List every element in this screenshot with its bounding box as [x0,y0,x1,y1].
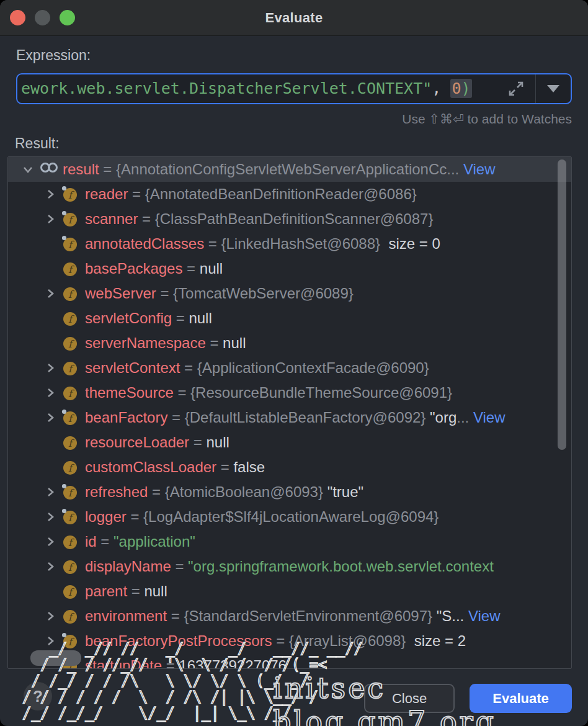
tree-row-id[interactable]: f id = "application" [8,529,571,554]
view-link[interactable]: View [459,161,495,177]
chevron-right-icon[interactable] [39,213,61,225]
variable-name: beanFactory [85,409,172,426]
close-window-button[interactable] [10,10,25,25]
variable-name: webServer [85,285,160,302]
variable-value: = {ApplicationContextFacade@6090} [184,359,429,377]
tree-row-startupDate[interactable]: f startupDate = 1637739227076 [8,653,571,669]
variable-value: = {ResourceBundleThemeSource@6091} [177,384,452,401]
tree-row-beanFactory[interactable]: f beanFactory = {DefaultListableBeanFact… [8,405,571,430]
tree-row-parent[interactable]: f parent = null [8,579,571,604]
tree-row-reader[interactable]: f reader = {AnnotatedBeanDefinitionReade… [8,182,571,207]
brace-match-highlight: 0) [450,79,471,98]
value-segment: = {AnnotationConfigServletWebServerAppli… [103,161,459,177]
variables-tree: result = {AnnotationConfigServletWebServ… [7,156,572,669]
variable-name: servletContext [85,359,184,377]
expression-label: Expression: [16,47,91,64]
value-segment: = [221,459,234,475]
chevron-right-icon[interactable] [39,610,61,622]
chevron-right-icon[interactable] [39,536,61,548]
chevron-right-icon[interactable] [39,486,61,498]
variable-name: themeSource [85,384,177,401]
variable-value: = {LinkedHashSet@6088} size = 0 [208,235,440,253]
chevron-right-icon[interactable] [39,188,61,200]
variables-tree-rows: result = {AnnotationConfigServletWebServ… [8,157,571,669]
tree-row-logger[interactable]: f logger = {LogAdapter$Slf4jLocationAwar… [8,504,571,529]
tree-row-servletConfig[interactable]: f servletConfig = null [8,306,571,331]
variable-value: = null [187,260,223,277]
field-icon: f [61,285,79,302]
result-label: Result: [15,135,60,152]
vertical-scrollbar-thumb[interactable] [558,159,566,450]
tree-row-servletContext[interactable]: f servletContext = {ApplicationContextFa… [8,356,571,380]
tree-row-webServer[interactable]: f webServer = {TomcatWebServer@6089} [8,281,571,306]
field-icon: f [61,210,79,228]
expression-input[interactable]: ework.web.servlet.DispatcherServlet.CONT… [17,74,497,103]
expand-editor-button[interactable] [497,74,535,103]
variable-name: result [63,161,103,178]
variable-value: = 1637739227076 [166,657,287,669]
expression-argument: 0 [452,79,461,97]
tree-row-serverNamespace[interactable]: f serverNamespace = null [8,331,571,356]
variable-value: = {DefaultListableBeanFactory@6092} "org… [172,409,505,426]
field-icon: f [61,384,79,401]
value-segment: = {ResourceBundleThemeSource@6091} [177,384,452,401]
expression-history-dropdown[interactable] [535,74,571,103]
value-segment: "org [430,409,457,426]
value-segment: null [223,334,246,351]
tree-row-environment[interactable]: f environment = {StandardServletEnvironm… [8,604,571,629]
chevron-right-icon[interactable] [39,635,61,647]
value-segment: = {AnnotatedBeanDefinitionReader@6086} [132,186,417,202]
value-segment: = [100,533,114,550]
chevron-right-icon[interactable] [39,287,61,300]
field-icon: f [61,583,79,600]
value-segment: null [144,583,167,599]
close-button-label: Close [392,691,427,707]
variable-name: id [85,533,100,550]
variable-name: startupDate [85,657,166,669]
zoom-window-button[interactable] [60,10,75,25]
tree-row-refreshed[interactable]: f refreshed = {AtomicBoolean@6093} "true… [8,480,571,504]
tree-row-customClassLoader[interactable]: f customClassLoader = false [8,455,571,480]
close-button[interactable]: Close [364,684,455,713]
window-title: Evaluate [265,10,323,26]
help-button[interactable]: ? [24,682,52,710]
value-segment: null [189,310,212,326]
variable-value: = {LogAdapter$Slf4jLocationAwareLog@6094… [130,508,439,526]
view-link[interactable]: View [464,607,500,624]
field-icon: f [61,459,79,476]
tree-row-resourceLoader[interactable]: f resourceLoader = null [8,430,571,455]
value-segment: = {LinkedHashSet@6088} [208,235,380,252]
value-segment: = [210,334,223,351]
value-segment: size = 0 [380,235,440,252]
chevron-right-icon[interactable] [39,387,61,399]
variable-value: = {AnnotatedBeanDefinitionReader@6086} [132,186,417,203]
chevron-down-icon[interactable] [17,163,39,176]
value-segment: size = 2 [406,632,466,649]
evaluate-button[interactable]: Evaluate [470,684,572,713]
variable-name: logger [85,508,130,526]
horizontal-scrollbar-thumb[interactable] [30,650,81,666]
chevron-right-icon[interactable] [39,411,61,424]
tree-row-themeSource[interactable]: f themeSource = {ResourceBundleThemeSour… [8,380,571,405]
value-segment: false [233,459,265,475]
evaluate-dialog: Evaluate Expression: ework.web.servlet.D… [0,0,588,726]
chevron-right-icon[interactable] [39,362,61,374]
tree-row-scanner[interactable]: f scanner = {ClassPathBeanDefinitionScan… [8,207,571,231]
chevron-right-icon[interactable] [39,560,61,573]
tree-row-annotatedClasses[interactable]: f annotatedClasses = {LinkedHashSet@6088… [8,231,571,256]
field-icon: f [61,186,79,203]
tree-row-displayName[interactable]: f displayName = "org.springframework.boo… [8,554,571,579]
tree-row-basePackages[interactable]: f basePackages = null [8,256,571,281]
value-segment: null [200,260,223,277]
value-segment: "S... [437,607,465,624]
tree-row-beanFactoryPostProcessors[interactable]: f beanFactoryPostProcessors = {ArrayList… [8,629,571,653]
variable-name: customClassLoader [85,459,221,476]
minimize-window-button[interactable] [35,10,50,25]
watches-hint: Use ⇧⌘⏎ to add to Watches [402,112,572,127]
tree-row-result[interactable]: result = {AnnotationConfigServletWebServ… [8,157,571,182]
value-segment: "true" [327,483,363,500]
view-link[interactable]: View [469,409,505,426]
variable-value: = {ArrayList@6098} size = 2 [276,632,466,650]
expression-combo-box[interactable]: ework.web.servlet.DispatcherServlet.CONT… [16,73,572,104]
chevron-right-icon[interactable] [39,511,61,523]
